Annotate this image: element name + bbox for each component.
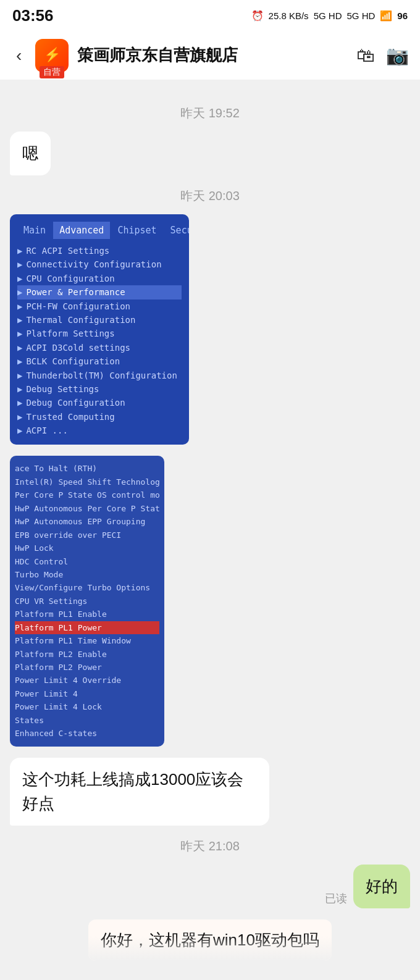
bios-line-10: ▶ Thunderbolt(TM) Configuration — [17, 369, 182, 382]
bios-screenshot-2[interactable]: ace To Halt (RTH) Intel(R) Speed Shift T… — [10, 456, 164, 746]
message-row-3: 已读 好的 — [10, 865, 410, 908]
bios-tab-advanced: Advanced — [53, 222, 110, 239]
store-avatar-text: ⚡ — [44, 47, 61, 63]
bios-tab-main: Main — [17, 222, 52, 239]
bios2-line-19: Power Limit 4 Lock — [15, 700, 159, 713]
bios2-line-14: Platform PL1 Time Window — [15, 634, 159, 647]
bios2-line-18: Power Limit 4 — [15, 687, 159, 700]
message-row-bios2: ace To Halt (RTH) Intel(R) Speed Shift T… — [10, 456, 410, 746]
bios-line-5: ▶ PCH-FW Configuration — [17, 299, 182, 313]
store-info: 策画师京东自营旗舰店 — [77, 44, 348, 66]
signal2: 5G HD — [346, 10, 375, 21]
bios-line-3: ▶ CPU Configuration — [17, 272, 182, 285]
bios-line-1: ▶ RC ACPI Settings — [17, 244, 182, 258]
bios-screenshot-1[interactable]: Main Advanced Chipset Secu ▶ RC ACPI Set… — [10, 214, 189, 445]
store-avatar: ⚡ 自营 — [35, 39, 69, 72]
bios2-line-16: Platform PL2 Power — [15, 661, 159, 674]
partial-bubble: 你好，这机器有win10驱动包吗 — [88, 919, 332, 961]
bios2-line-9: Turbo Mode — [15, 568, 159, 581]
signal1: 5G HD — [314, 10, 342, 21]
battery-level: 96 — [397, 10, 408, 21]
bios-line-6: ▶ Thermal Configuration — [17, 313, 182, 327]
bios2-line-12: Platform PL1 Enable — [15, 608, 159, 621]
bios2-line-5: HwP Autonomous EPP Grouping — [15, 515, 159, 528]
bios2-line-17: Power Limit 4 Override — [15, 674, 159, 687]
bios-line-14: ▶ ACPI ... — [17, 424, 182, 437]
bios2-line-21: Enhanced C-states — [15, 727, 159, 740]
status-bar: 03:56 ⏰ 25.8 KB/s 5G HD 5G HD 📶 96 — [0, 0, 420, 31]
bubble-right-1: 好的 — [353, 865, 410, 908]
message-row-2: 这个功耗上线搞成13000应该会好点 — [10, 758, 410, 826]
bios-line-2: ▶ Connectivity Configuration — [17, 258, 182, 271]
read-label: 已读 — [325, 891, 347, 906]
bios-line-7: ▶ Platform Settings — [17, 327, 182, 340]
bubble-left-1: 嗯 — [10, 132, 51, 175]
timestamp-1: 昨天 19:52 — [10, 105, 410, 122]
chat-header: ‹ ⚡ 自营 策画师京东自营旗舰店 🛍 📷 — [0, 31, 420, 80]
bios2-line-4: HwP Autonomous Per Core P State — [15, 502, 159, 515]
bios2-line-15: Platform PL2 Enable — [15, 648, 159, 661]
cart-icon[interactable]: 🛍 — [356, 45, 375, 66]
message-row-1: 嗯 — [10, 132, 410, 175]
alarm-icon: ⏰ — [251, 10, 264, 22]
bios2-line-20: States — [15, 714, 159, 727]
bios2-line-8: HDC Control — [15, 555, 159, 568]
camera-icon[interactable]: 📷 — [386, 44, 409, 66]
message-row-partial: 你好，这机器有win10驱动包吗 — [10, 919, 410, 961]
bios-line-11: ▶ Debug Settings — [17, 382, 182, 396]
status-time: 03:56 — [12, 6, 54, 25]
wifi-icon: 📶 — [380, 10, 392, 22]
bios-header-1: Main Advanced Chipset Secu — [17, 222, 182, 239]
timestamp-3: 昨天 21:08 — [10, 838, 410, 855]
bios-line-12: ▶ Debug Configuration — [17, 396, 182, 409]
bios-line-8: ▶ ACPI D3Cold settings — [17, 341, 182, 354]
store-tag-badge: 自营 — [40, 66, 64, 78]
bios-tab-secu: Secu — [164, 222, 189, 239]
bios2-line-13: Platform PL1 Power — [15, 621, 159, 634]
bios-line-9: ▶ BCLK Configuration — [17, 354, 182, 368]
message-row-bios1: Main Advanced Chipset Secu ▶ RC ACPI Set… — [10, 214, 410, 445]
bios-line-13: ▶ Trusted Computing — [17, 410, 182, 424]
bubble-left-2: 这个功耗上线搞成13000应该会好点 — [10, 758, 269, 826]
bios-tab-chipset: Chipset — [111, 222, 162, 239]
bios2-line-6: EPB override over PECI — [15, 529, 159, 542]
bios2-line-7: HwP Lock — [15, 542, 159, 555]
chat-area: 昨天 19:52 嗯 昨天 20:03 Main Advanced Chipse… — [0, 80, 420, 980]
timestamp-2: 昨天 20:03 — [10, 188, 410, 204]
store-name: 策画师京东自营旗舰店 — [77, 44, 348, 66]
bios-line-4: ▶ Power & Performance — [17, 285, 182, 299]
bios2-line-3: Per Core P State OS control mode — [15, 488, 159, 501]
bios2-line-10: View/Configure Turbo Options — [15, 581, 159, 594]
bios2-line-2: Intel(R) Speed Shift Technology — [15, 475, 159, 488]
network-speed: 25.8 KB/s — [269, 10, 309, 21]
bios2-line-1: ace To Halt (RTH) — [15, 462, 159, 475]
status-icons: ⏰ 25.8 KB/s 5G HD 5G HD 📶 96 — [251, 10, 408, 22]
back-button[interactable]: ‹ — [11, 43, 27, 68]
bios2-line-11: CPU VR Settings — [15, 595, 159, 608]
header-actions: 🛍 📷 — [356, 44, 409, 66]
